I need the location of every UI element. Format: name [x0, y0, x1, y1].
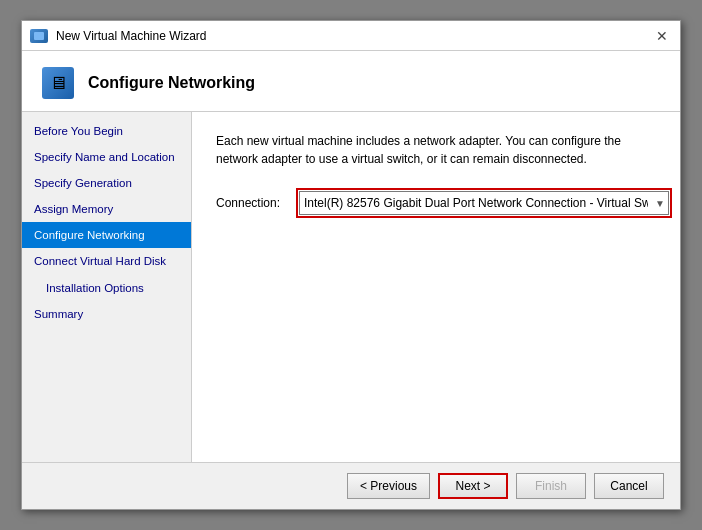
sidebar-item-specify-generation[interactable]: Specify Generation: [22, 170, 191, 196]
sidebar-item-connect-vhd[interactable]: Connect Virtual Hard Disk: [22, 248, 191, 274]
previous-button[interactable]: < Previous: [347, 473, 430, 499]
sidebar-item-installation-options[interactable]: Installation Options: [22, 275, 191, 301]
main-layout: Before You BeginSpecify Name and Locatio…: [22, 112, 680, 462]
sidebar-item-before-you-begin[interactable]: Before You Begin: [22, 118, 191, 144]
footer: < Previous Next > Finish Cancel: [22, 462, 680, 509]
wizard-window: New Virtual Machine Wizard ✕ Configure N…: [21, 20, 681, 510]
wizard-header: Configure Networking: [22, 51, 680, 112]
sidebar-item-configure-networking[interactable]: Configure Networking: [22, 222, 191, 248]
next-button[interactable]: Next >: [438, 473, 508, 499]
connection-dropdown-wrapper: Intel(R) 82576 Gigabit Dual Port Network…: [296, 188, 672, 218]
window-title: New Virtual Machine Wizard: [56, 29, 207, 43]
connection-dropdown[interactable]: Intel(R) 82576 Gigabit Dual Port Network…: [299, 191, 669, 215]
wizard-header-title: Configure Networking: [88, 74, 255, 92]
connection-field-row: Connection: Intel(R) 82576 Gigabit Dual …: [216, 188, 656, 218]
connection-label: Connection:: [216, 196, 286, 210]
connection-dropdown-container: Intel(R) 82576 Gigabit Dual Port Network…: [299, 191, 669, 215]
sidebar: Before You BeginSpecify Name and Locatio…: [22, 112, 192, 462]
sidebar-item-specify-name[interactable]: Specify Name and Location: [22, 144, 191, 170]
sidebar-item-assign-memory[interactable]: Assign Memory: [22, 196, 191, 222]
title-bar-left: New Virtual Machine Wizard: [30, 29, 207, 43]
section-description: Each new virtual machine includes a netw…: [216, 132, 656, 168]
cancel-button[interactable]: Cancel: [594, 473, 664, 499]
finish-button[interactable]: Finish: [516, 473, 586, 499]
main-content: Each new virtual machine includes a netw…: [192, 112, 680, 462]
app-icon: [30, 29, 48, 43]
close-button[interactable]: ✕: [652, 26, 672, 46]
wizard-header-icon: [42, 67, 74, 99]
title-bar: New Virtual Machine Wizard ✕: [22, 21, 680, 51]
sidebar-item-summary[interactable]: Summary: [22, 301, 191, 327]
